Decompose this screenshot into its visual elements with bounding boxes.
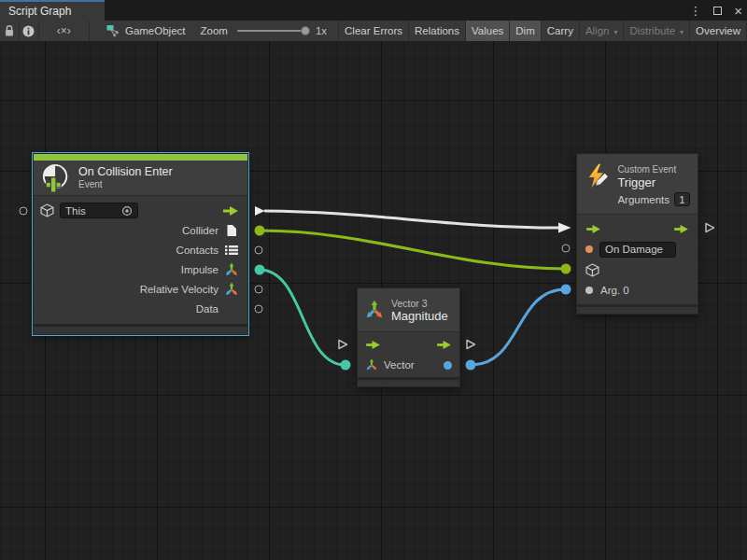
- edit-graph-button[interactable]: ‹×›: [39, 21, 90, 41]
- vector3-icon: [365, 358, 378, 371]
- maximize-icon[interactable]: [713, 7, 722, 15]
- wire-collider-to-target[interactable]: [260, 231, 566, 269]
- port-target-in[interactable]: [20, 207, 28, 216]
- port-magnitude-result-out-connected[interactable]: [466, 360, 476, 371]
- input-row-vector: Vector: [358, 355, 459, 375]
- toolbar-buttons: Clear Errors Relations Values Dim Carry …: [338, 21, 747, 41]
- graph-target[interactable]: GameObject: [106, 21, 186, 41]
- port-flow-out-connected[interactable]: [253, 204, 266, 217]
- node-type-label: Custom Event: [617, 164, 690, 175]
- vector3-icon: [224, 282, 239, 297]
- output-row-collider: Collider: [34, 220, 247, 240]
- node-body: On Damage Arg. 0: [577, 214, 698, 304]
- chevron-down-icon: ▾: [680, 28, 684, 36]
- node-vector3-magnitude[interactable]: Vector 3 Magnitude Vector: [357, 287, 460, 387]
- carry-toggle[interactable]: Carry: [542, 21, 580, 41]
- arguments-field[interactable]: 1: [674, 192, 690, 206]
- collider-icon: [226, 224, 237, 237]
- port-data-out[interactable]: [255, 305, 263, 314]
- port-impulse-out-connected[interactable]: [255, 265, 265, 275]
- zoom-value: 1x: [316, 21, 327, 41]
- output-row-relative-velocity: Relative Velocity: [34, 279, 247, 299]
- node-on-collision-enter[interactable]: On Collision Enter Event This: [33, 153, 248, 335]
- target-field[interactable]: This: [60, 203, 138, 218]
- node-title: Magnitude: [391, 309, 448, 323]
- menu-icon[interactable]: ⋮: [689, 5, 701, 17]
- zoom-label: Zoom: [201, 25, 228, 36]
- wire-flow[interactable]: [265, 211, 559, 228]
- custom-event-icon: [585, 162, 611, 190]
- node-header[interactable]: Custom Event Trigger Arguments 1: [577, 154, 698, 214]
- port-magnitude-flow-out[interactable]: [464, 338, 477, 351]
- chevron-down-icon: ▾: [613, 28, 617, 36]
- input-row-event-name: On Damage: [577, 239, 698, 259]
- gameobject-cube-icon: [40, 203, 54, 217]
- node-header[interactable]: On Collision Enter Event: [34, 161, 247, 195]
- object-picker-icon[interactable]: [121, 205, 133, 217]
- zoom-slider[interactable]: [237, 30, 308, 32]
- node-body: This Collider: [34, 195, 247, 324]
- port-relative-velocity-out[interactable]: [255, 286, 263, 294]
- port-trigger-arg0-in-connected[interactable]: [561, 285, 571, 295]
- port-trigger-target-in-connected[interactable]: [561, 264, 571, 274]
- port-trigger-flow-out[interactable]: [703, 221, 716, 234]
- clear-errors-button[interactable]: Clear Errors: [338, 21, 409, 41]
- values-toggle[interactable]: Values: [466, 21, 510, 41]
- port-magnitude-flow-in[interactable]: [336, 338, 349, 351]
- graph-toolbar: ‹×› GameObject Zoom 1x Clear Errors Rela…: [0, 21, 747, 41]
- wire-impulse-to-vector[interactable]: [260, 270, 345, 365]
- script-graph-window: Script Graph ⋮ × ‹×›: [0, 0, 747, 560]
- distribute-dropdown[interactable]: Distribute ▾: [624, 21, 690, 41]
- port-trigger-name-in[interactable]: [562, 245, 571, 253]
- tab-script-graph[interactable]: Script Graph: [0, 0, 105, 21]
- arguments-label: Arguments: [617, 194, 669, 205]
- flow-in-arrow-icon: [585, 224, 601, 234]
- event-stripe: [34, 154, 247, 161]
- window-controls: ⋮ ×: [689, 0, 742, 21]
- collision-event-icon: [41, 163, 71, 193]
- graph-canvas[interactable]: On Collision Enter Event This: [0, 41, 747, 560]
- node-trigger-custom-event[interactable]: Custom Event Trigger Arguments 1: [576, 153, 698, 315]
- zoom-control: Zoom: [201, 21, 308, 41]
- flow-row: [358, 334, 459, 355]
- info-icon: [22, 25, 35, 37]
- flow-out-arrow-icon: [436, 340, 452, 350]
- node-subtitle: Event: [78, 179, 173, 190]
- overview-button[interactable]: Overview: [690, 21, 747, 41]
- output-row-contacts: Contacts: [34, 240, 247, 259]
- lock-button[interactable]: [0, 21, 20, 41]
- node-title: On Collision Enter: [78, 165, 173, 179]
- zoom-slider-handle[interactable]: [301, 26, 310, 35]
- list-icon: [225, 245, 238, 256]
- node-body: Vector: [358, 331, 459, 377]
- close-icon[interactable]: ×: [734, 4, 742, 18]
- wire-magnitude-to-arg0[interactable]: [471, 289, 566, 365]
- node-header[interactable]: Vector 3 Magnitude: [358, 288, 459, 331]
- node-footer: [358, 377, 459, 386]
- tab-title: Script Graph: [8, 5, 71, 18]
- code-icon: ‹×›: [57, 24, 71, 37]
- dim-toggle[interactable]: Dim: [510, 21, 541, 41]
- event-name-field[interactable]: On Damage: [599, 242, 676, 258]
- port-trigger-flow-in-connected[interactable]: [557, 221, 572, 234]
- target-row: This: [34, 201, 247, 220]
- vector3-icon: [224, 262, 239, 277]
- gameobject-cube-icon: [585, 263, 599, 277]
- float-output-dot: [444, 361, 452, 370]
- node-footer: [34, 324, 247, 334]
- flow-row: [577, 218, 698, 239]
- relations-button[interactable]: Relations: [409, 21, 466, 41]
- flow-out-arrow-icon: [673, 224, 689, 234]
- node-type-label: Vector 3: [391, 298, 448, 309]
- align-dropdown[interactable]: Align ▾: [580, 21, 625, 41]
- port-collider-out-connected[interactable]: [255, 226, 265, 236]
- port-magnitude-vector-in-connected[interactable]: [341, 360, 351, 371]
- flow-out-arrow-icon: [222, 205, 239, 217]
- tab-bar: Script Graph ⋮ ×: [0, 0, 747, 21]
- info-button[interactable]: [20, 21, 39, 41]
- port-contacts-out[interactable]: [255, 246, 263, 255]
- input-row-target: [577, 259, 698, 280]
- output-row-data: Data: [34, 299, 247, 318]
- arg-port-dot: [585, 287, 593, 294]
- lock-icon: [4, 24, 15, 37]
